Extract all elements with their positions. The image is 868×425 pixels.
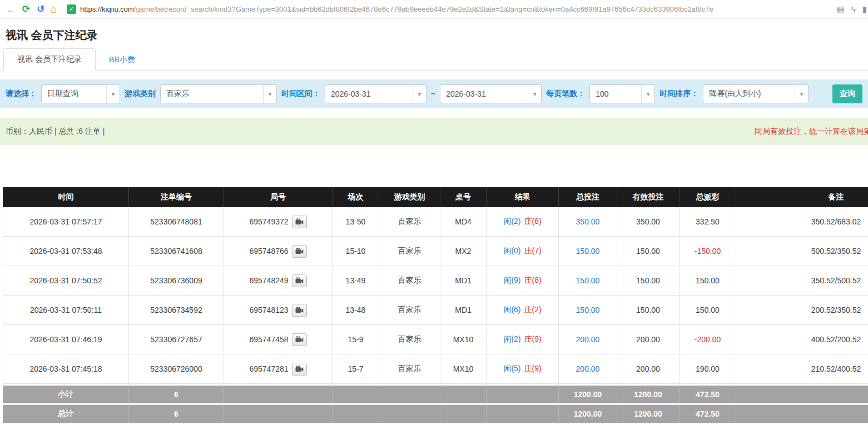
result-player: 闲(6) — [503, 305, 520, 315]
cell-total-bet[interactable]: 150.00 — [559, 296, 617, 324]
total-bet-link: 200.00 — [576, 364, 600, 373]
date-to-select[interactable]: 2026-03-31 ▼ — [440, 84, 542, 103]
total-bet-link: 350.00 — [576, 217, 600, 226]
date-from-select[interactable]: 2026-03-31 ▼ — [325, 84, 426, 103]
cell-table-no: MD4 — [440, 207, 487, 236]
table-row: 2026-03-31 07:50:11523306734592695748123… — [3, 296, 868, 325]
tab-bar: 视讯 会员下注纪录 BB小费 — [0, 49, 868, 71]
chevron-down-icon: ▼ — [413, 85, 426, 103]
grand-total-cell-2 — [224, 405, 333, 423]
cell-game-type: 百家乐 — [379, 237, 440, 266]
chevron-down-icon: ▼ — [263, 85, 276, 103]
total-bet-link: 150.00 — [576, 247, 600, 256]
video-replay-button[interactable] — [292, 363, 307, 376]
cell-table-no: MD1 — [440, 296, 487, 324]
payout-value: 332.50 — [696, 217, 720, 226]
cell-total-bet[interactable]: 150.00 — [559, 266, 617, 295]
back-icon[interactable]: ← — [6, 4, 16, 14]
address-bar[interactable]: ✓ https://kiqiiu.com/game/betrecord_sear… — [63, 3, 830, 16]
payout-value: -200.00 — [695, 335, 721, 344]
cell-bet-id: 523306736009 — [129, 266, 224, 295]
total-bet-link: 150.00 — [576, 306, 600, 314]
search-button[interactable]: 查询 — [832, 84, 862, 103]
refresh-icon[interactable]: ⟳ — [22, 4, 30, 14]
mode-select[interactable]: 日期查询 ▼ — [41, 84, 120, 103]
lightning-icon[interactable]: ϟ — [851, 5, 856, 13]
tab-bet-records[interactable]: 视讯 会员下注纪录 — [3, 48, 96, 71]
column-header-3: 场次 — [333, 187, 379, 207]
cell-result: 闲(5)庄(9) — [487, 354, 559, 383]
date-to-value: 2026-03-31 — [440, 89, 528, 98]
video-replay-button[interactable] — [292, 304, 307, 317]
cell-result: 闲(9)庄(8) — [487, 266, 559, 295]
mode-label: 请选择： — [6, 89, 37, 99]
sort-select[interactable]: 降幂(由大到小) ▼ — [703, 84, 809, 103]
video-replay-button[interactable] — [292, 245, 307, 258]
table-body: 2026-03-31 07:57:17523306748081695749372… — [3, 207, 868, 423]
payout-value: 150.00 — [696, 306, 720, 314]
cell-total-bet[interactable]: 200.00 — [559, 325, 617, 354]
result-banker: 庄(7) — [524, 246, 542, 256]
grand-total-cell-8: 1200.00 — [617, 405, 679, 423]
cell-session: 13-49 — [333, 266, 379, 295]
table-grand-total-row: 总计61200.001200.00472.50 — [3, 405, 868, 423]
home-icon[interactable]: ⌂ — [51, 4, 57, 14]
cell-remark: 400.52/200.52 — [736, 325, 868, 354]
chevron-down-icon: ▼ — [106, 85, 120, 103]
cell-total-bet[interactable]: 200.00 — [559, 354, 617, 383]
result-player: 闲(2) — [503, 217, 520, 227]
clipped-icon[interactable]: ▮ — [862, 5, 867, 13]
payout-value: 190.00 — [696, 364, 720, 373]
round-id-text: 695747458 — [249, 335, 288, 344]
cell-game-type: 百家乐 — [379, 296, 440, 324]
payout-value: 150.00 — [696, 276, 720, 285]
grand-total-cell-9: 472.50 — [679, 405, 736, 423]
cell-session: 13-48 — [333, 296, 379, 324]
cell-time: 2026-03-31 07:53:48 — [3, 237, 129, 266]
cell-bet-id: 523306726000 — [129, 354, 224, 383]
mode-select-value: 日期查询 — [42, 89, 106, 99]
grid-icon[interactable]: ▦ — [837, 5, 845, 13]
result-banker: 庄(8) — [524, 276, 542, 286]
cell-table-no: MX2 — [440, 237, 487, 266]
video-camera-icon — [295, 218, 304, 225]
sort-select-value: 降幂(由大到小) — [703, 89, 795, 99]
game-type-select[interactable]: 百家乐 ▼ — [160, 84, 277, 103]
table-row: 2026-03-31 07:45:18523306726000695747281… — [3, 354, 868, 384]
subtotal-cell-1: 6 — [129, 386, 224, 403]
url-path: /game/betrecord_search/kind3?GameType=30… — [134, 5, 713, 13]
column-header-9: 总派彩 — [679, 187, 736, 207]
grand-total-label: 总计 — [3, 405, 129, 423]
game-type-label: 游戏类别 — [125, 89, 156, 99]
cell-total-bet[interactable]: 350.00 — [559, 207, 617, 236]
game-type-select-value: 百家乐 — [161, 89, 263, 99]
subtotal-cell-7: 1200.00 — [559, 386, 617, 403]
subtotal-cell-10 — [736, 386, 868, 403]
result-player: 闲(9) — [503, 276, 520, 286]
browser-extensions-area: ▦ ϟ ▮ — [837, 5, 862, 13]
page-size-select[interactable]: 100 ▼ — [589, 84, 655, 103]
video-camera-icon — [295, 336, 304, 343]
cell-total-bet[interactable]: 150.00 — [559, 237, 617, 266]
total-bet-link: 200.00 — [576, 335, 600, 344]
video-replay-button[interactable] — [292, 274, 307, 287]
time-range-label: 时间区间： — [281, 89, 320, 99]
tab-bb-tip[interactable]: BB小费 — [96, 49, 148, 71]
page-title: 视讯 会员下注纪录 — [0, 19, 868, 49]
cell-session: 15-7 — [333, 354, 379, 383]
cell-session: 13-50 — [333, 207, 379, 236]
cell-result: 闲(2)庄(9) — [487, 325, 559, 354]
table-subtotal-row: 小计61200.001200.00472.50 — [3, 386, 868, 403]
cell-valid-bet: 150.00 — [617, 296, 679, 324]
cell-remark: 210.52/400.52 — [736, 354, 868, 383]
video-replay-button[interactable] — [292, 333, 307, 346]
column-header-2: 局号 — [224, 187, 333, 207]
cell-bet-id: 523306727657 — [129, 325, 224, 354]
video-replay-button[interactable] — [292, 216, 307, 228]
browser-toolbar: ← ⟳ ↺ ▾ ⌂ ✓ https://kiqiiu.com/game/betr… — [0, 0, 868, 19]
cell-valid-bet: 150.00 — [617, 266, 679, 295]
table-header-row: 时间注单编号局号场次游戏类别桌号结果总投注有效投注总派彩备注 — [3, 187, 868, 207]
video-camera-icon — [295, 366, 304, 372]
undo-dropdown-icon[interactable]: ▾ — [42, 7, 44, 12]
cell-valid-bet: 350.00 — [617, 207, 679, 236]
